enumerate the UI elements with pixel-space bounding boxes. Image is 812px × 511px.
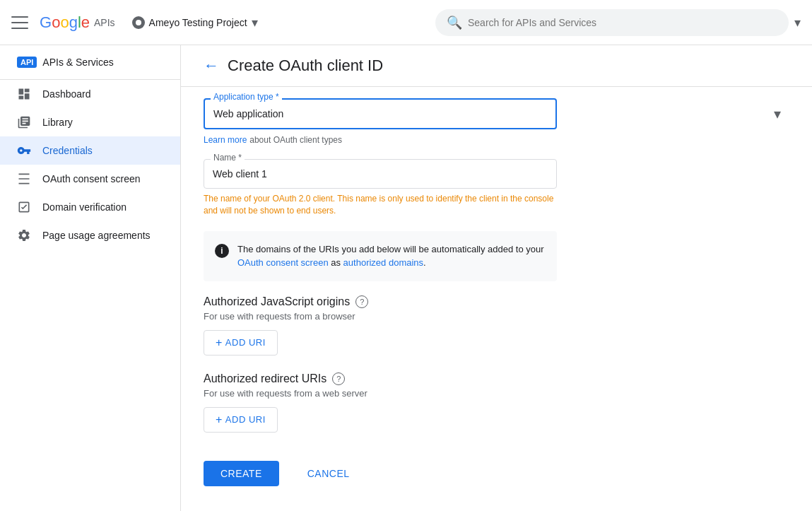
form-area: Application type * Web application ▾ Lea… — [181, 87, 812, 509]
header-right: ▾ — [794, 15, 801, 30]
sidebar-label-credentials: Credentials — [42, 145, 93, 156]
redirect-uris-title-text: Authorized redirect URIs — [204, 372, 326, 385]
application-type-chevron: ▾ — [774, 105, 781, 122]
info-text-before: The domains of the URIs you add below wi… — [237, 244, 544, 254]
page-usage-icon — [17, 228, 31, 242]
sidebar-item-oauth-consent[interactable]: OAuth consent screen — [0, 165, 180, 193]
sidebar-label-library: Library — [42, 117, 73, 128]
authorized-domains-link[interactable]: authorized domains — [343, 257, 423, 268]
search-input[interactable] — [468, 17, 777, 28]
sidebar-item-library[interactable]: Library — [0, 108, 180, 136]
sidebar-label-oauth-consent: OAuth consent screen — [42, 173, 141, 184]
application-type-select[interactable]: Web application — [204, 98, 557, 129]
plus-icon-redirect: + — [216, 413, 223, 426]
search-icon: 🔍 — [447, 15, 462, 30]
sidebar-item-dashboard[interactable]: Dashboard — [0, 80, 180, 108]
learn-more-suffix: about OAuth client types — [249, 135, 342, 145]
js-origins-help-icon[interactable]: ? — [355, 295, 368, 308]
name-input[interactable] — [204, 159, 557, 189]
info-text-middle: as — [329, 257, 343, 268]
redirect-uris-subtitle: For use with requests from a web server — [204, 388, 789, 399]
name-helper-text: The name of your OAuth 2.0 client. This … — [204, 193, 557, 217]
oauth-consent-link[interactable]: OAuth consent screen — [237, 257, 329, 268]
sidebar-title: APIs & Services — [42, 57, 113, 68]
application-type-label: Application type * — [211, 92, 282, 102]
js-origins-title: Authorized JavaScript origins ? — [204, 295, 789, 308]
js-origins-subtitle: For use with requests from a browser — [204, 311, 789, 322]
info-text: The domains of the URIs you add below wi… — [237, 242, 546, 270]
oauth-consent-icon — [17, 172, 31, 186]
sidebar-item-domain-verification[interactable]: Domain verification — [0, 193, 180, 221]
search-bar[interactable]: 🔍 — [435, 9, 789, 36]
name-field-wrapper: Name * — [204, 159, 557, 189]
sidebar-label-dashboard: Dashboard — [42, 88, 91, 100]
redirect-uris-title: Authorized redirect URIs ? — [204, 372, 789, 385]
project-icon — [132, 16, 145, 29]
learn-more-container: Learn more about OAuth client types — [204, 134, 789, 145]
sidebar-item-page-usage[interactable]: Page usage agreements — [0, 221, 180, 249]
add-uri-js-button[interactable]: + ADD URI — [204, 330, 278, 356]
library-icon — [17, 115, 31, 129]
page-title: Create OAuth client ID — [228, 57, 383, 75]
sidebar-label-page-usage: Page usage agreements — [42, 230, 151, 241]
sidebar-item-credentials[interactable]: Credentials — [0, 136, 180, 165]
back-button[interactable]: ← — [204, 57, 219, 75]
learn-more-link[interactable]: Learn more — [204, 135, 247, 145]
content-area: ← Create OAuth client ID Application typ… — [181, 45, 812, 511]
sidebar-label-domain-verification: Domain verification — [42, 201, 126, 213]
main-layout: API APIs & Services Dashboard Library Cr… — [0, 45, 812, 511]
create-button[interactable]: CREATE — [204, 461, 279, 486]
info-box: i The domains of the URIs you add below … — [204, 231, 557, 281]
sidebar-header: API APIs & Services — [0, 45, 180, 80]
info-text-after: . — [423, 257, 426, 268]
add-uri-js-label: ADD URI — [225, 337, 266, 348]
redirect-uris-section: Authorized redirect URIs ? For use with … — [204, 372, 789, 433]
top-header: Google APIs Ameyo Testing Project ▾ 🔍 ▾ — [0, 0, 812, 45]
js-origins-section: Authorized JavaScript origins ? For use … — [204, 295, 789, 356]
google-logo: Google APIs — [40, 13, 115, 32]
hamburger-menu[interactable] — [11, 14, 28, 31]
project-name: Ameyo Testing Project — [149, 17, 247, 28]
js-origins-title-text: Authorized JavaScript origins — [204, 295, 350, 308]
name-field-group: Name * The name of your OAuth 2.0 client… — [204, 159, 789, 217]
sidebar: API APIs & Services Dashboard Library Cr… — [0, 45, 181, 511]
redirect-uris-help-icon[interactable]: ? — [332, 372, 345, 385]
header-dropdown-icon[interactable]: ▾ — [794, 16, 801, 30]
project-selector[interactable]: Ameyo Testing Project ▾ — [126, 12, 264, 33]
application-type-wrapper: Application type * Web application ▾ — [204, 98, 789, 129]
add-uri-redirect-button[interactable]: + ADD URI — [204, 407, 278, 433]
google-wordmark: Google — [40, 13, 90, 32]
application-type-field: Application type * Web application ▾ Lea… — [204, 98, 789, 145]
apis-label: APIs — [94, 17, 115, 28]
add-uri-redirect-label: ADD URI — [225, 414, 266, 425]
form-actions: CREATE CANCEL — [204, 450, 789, 486]
project-dropdown-arrow: ▾ — [252, 15, 258, 30]
domain-verification-icon — [17, 200, 31, 214]
page-header: ← Create OAuth client ID — [181, 45, 812, 87]
credentials-icon — [17, 143, 31, 158]
dashboard-icon — [17, 87, 31, 101]
api-badge: API — [17, 57, 37, 68]
cancel-button[interactable]: CANCEL — [290, 461, 367, 486]
name-field-label: Name * — [211, 153, 245, 163]
plus-icon-js: + — [216, 336, 223, 349]
info-icon: i — [215, 244, 229, 258]
